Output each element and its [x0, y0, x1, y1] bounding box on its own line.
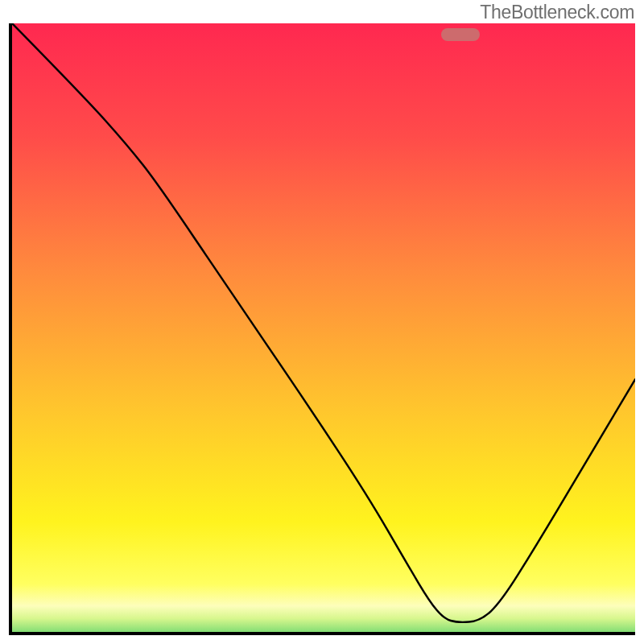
bottleneck-curve	[12, 23, 635, 632]
optimal-marker	[441, 28, 480, 41]
attribution-label: TheBottleneck.com	[480, 2, 634, 23]
plot-area	[12, 23, 635, 632]
chart-container: TheBottleneck.com	[0, 0, 644, 644]
